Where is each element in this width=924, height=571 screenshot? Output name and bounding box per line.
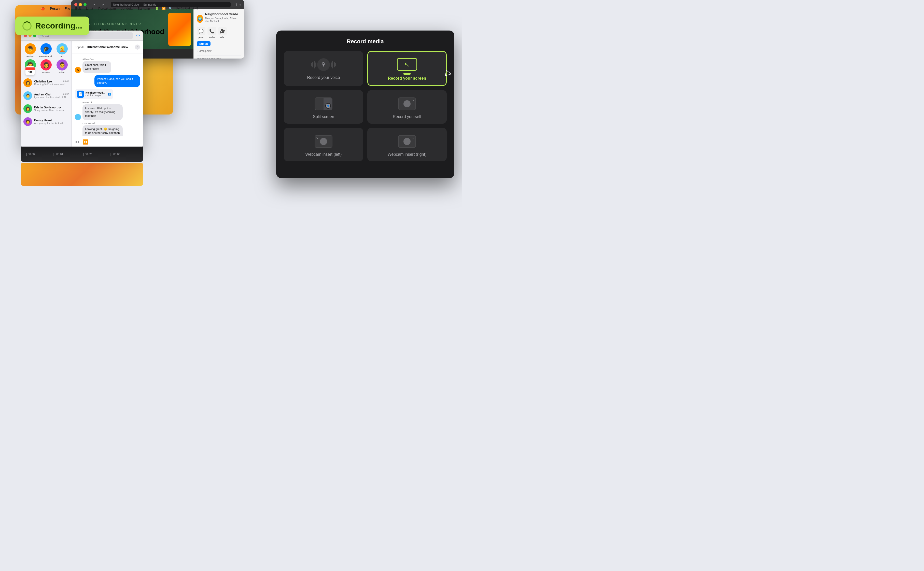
cursor-arrow: ▷ (445, 68, 453, 78)
tick-0: | 00:00 (25, 153, 54, 156)
cal-date: 18 (28, 70, 32, 74)
menu-bantuan[interactable]: Bantuan (138, 7, 150, 11)
tick-1: | 00:01 (54, 153, 82, 156)
option-split[interactable]: 👤 Split screen (284, 90, 363, 123)
menubar-wifi: 📶 (162, 7, 166, 10)
action-video[interactable]: 🎥 video (218, 27, 227, 39)
options-grid: 🎙 Record your voice (284, 51, 447, 161)
scene: ◀ ▶ Neighborhood Guide — Sunnyside ⬆ + W… (0, 0, 462, 286)
add-tab-icon[interactable]: + (239, 3, 241, 7)
option-self[interactable]: ↙ Record yourself (367, 90, 447, 123)
record-panel: Record media 🎙 (276, 31, 454, 178)
menu-pesan[interactable]: Pesan (50, 7, 60, 11)
option-webcam-left[interactable]: ↘ Webcam insert (left) (284, 128, 363, 161)
cal-header (25, 68, 35, 70)
list-item[interactable]: 🧑 Dmitry Hamel Are you up for the kick o… (21, 115, 71, 128)
contact-internacional[interactable]: 🎓 Internasional... (39, 43, 54, 58)
action-hint: Tambahkan dgn Teks (197, 57, 241, 59)
messages-sidebar: 👦 Rosityo 🎓 Internasional... 👱 Lulu 🧑 Yo… (21, 41, 72, 148)
messages-body: 👦 Rosityo 🎓 Internasional... 👱 Lulu 🧑 Yo… (21, 41, 143, 148)
panel-doc-subtitle: Dengan Dana, Linda, Allison dan Michael (205, 17, 241, 23)
self-label: Record yourself (393, 114, 421, 119)
recording-text: Recording... (35, 21, 82, 31)
chat-close[interactable]: ✕ (135, 45, 140, 49)
record-panel-title: Record media (284, 38, 447, 45)
thumbnail-strip (21, 163, 143, 186)
skip-back-btn[interactable]: ⏮ (75, 139, 79, 145)
menu-percakapan[interactable]: Percakapan (98, 7, 116, 11)
to-label: Kepada: (75, 46, 85, 49)
menu-edit[interactable]: Edit (75, 7, 81, 11)
menu-apple[interactable]: 🍎 (41, 7, 45, 11)
panel-doc-title: Neighborhood Guide (205, 12, 241, 16)
calendar-widget[interactable]: 18 (25, 66, 35, 75)
menubar-search[interactable]: 🔍 (169, 7, 173, 10)
contact-adam[interactable]: 👨 Adam (55, 59, 69, 74)
bubble-1: Great shot, this'll work nicely. (82, 61, 111, 73)
messages-window: 🔍 Cari ✏ 👦 Rosityo 🎓 Internasional... (21, 31, 143, 148)
chat-item: Baso Cui For sure, I'll drop it in short… (75, 101, 140, 120)
safari-subtitle: WELCOME INTERNATIONAL STUDENTS! (76, 23, 164, 25)
chat-controls: ⏮ ⏪ (72, 136, 143, 148)
contact-rosityo[interactable]: 👦 Rosityo (23, 43, 37, 58)
recording-spinner-icon (22, 22, 32, 31)
safari-right-panel: 🌍 Neighborhood Guide Dengan Dana, Linda,… (193, 9, 244, 59)
panel-actions: 💬 pesan 📞 audio 🎥 video (197, 27, 241, 39)
tick-2: | 00:02 (82, 153, 110, 156)
action-audio[interactable]: 📞 audio (207, 27, 216, 39)
share-icon[interactable]: ⬆ (235, 3, 238, 7)
list-item[interactable]: 👩 Christina Lee 09.41 Running 5-10 minut… (21, 76, 71, 90)
attachment[interactable]: 📄 Neighborhood... Colulrún Pages 👥 (75, 89, 113, 99)
chat-item: A Ailbee Cam Great shot, this'll work ni… (75, 58, 140, 73)
recording-badge: Recording... (15, 17, 90, 35)
webcam-right-icon: ↙ (398, 134, 416, 149)
contact-lulu[interactable]: 👱 Lulu (55, 43, 69, 58)
menubar-battery: 🔋 (155, 7, 159, 10)
bubble-3: For sure, I'll drop it in shortly. It's … (82, 104, 123, 120)
self-icon: ↙ (398, 96, 416, 111)
menu-file[interactable]: File (65, 7, 70, 11)
compose-icon[interactable]: ✏ (136, 33, 140, 39)
chat-header: Kepada: International Welcome Crew ✕ (72, 41, 143, 53)
susun-button[interactable]: Susun (197, 41, 210, 46)
bubble-2: Perfect! Dana, can you add it directly? (94, 75, 140, 87)
split-icon: 👤 (315, 96, 332, 111)
menu-lihat[interactable]: Lihat (86, 7, 93, 11)
tick-3: | 00:03 (110, 153, 139, 156)
active-status: 2 Orang Aktif (197, 48, 241, 53)
screen-icon: ↖ (398, 58, 416, 73)
timeline-bar: | 00:00 | 00:01 | 00:02 | 00:03 (21, 147, 143, 162)
webcam-left-icon: ↘ (315, 134, 332, 149)
split-label: Split screen (313, 114, 334, 119)
list-item[interactable]: 👨 Andrew Olah 09.52 I just read the firs… (21, 90, 71, 102)
list-item[interactable]: 👩 Kristin Goldsworthy Sorry notice! Need… (21, 102, 71, 115)
menubar-datetime: Sel 18 Okt 09:41 (176, 7, 198, 10)
contact-phoebe[interactable]: 👩 Phoebe (39, 59, 54, 74)
mac-menubar: 🍎 Pesan File Edit Lihat Percakapan Jende… (41, 6, 199, 11)
rewind-btn[interactable]: ⏪ (82, 139, 88, 145)
webcam-left-label: Webcam insert (left) (306, 152, 342, 157)
action-pesan[interactable]: 💬 pesan (197, 27, 206, 39)
messages-chat: Kepada: International Welcome Crew ✕ 🌸 A… (72, 41, 143, 148)
voice-icon: 🎙 (315, 57, 332, 72)
chat-messages: 🌸 A Ailbee Cam Great shot, this'll work … (72, 53, 143, 136)
to-name: International Welcome Crew (87, 45, 128, 49)
voice-label: Record your voice (307, 75, 340, 80)
menu-jendela[interactable]: Jendela (121, 7, 133, 11)
screen-label: Record your screen (388, 76, 426, 81)
chat-item: Luca Hamel Looking great. 😊 I'm going to… (75, 122, 140, 136)
option-screen[interactable]: ↖ Record your screen ▷ (367, 51, 447, 86)
webcam-right-label: Webcam insert (right) (388, 152, 426, 157)
option-webcam-right[interactable]: ↙ Webcam insert (right) (367, 128, 447, 161)
option-voice[interactable]: 🎙 Record your voice (284, 51, 363, 86)
message-list: 👩 Christina Lee 09.41 Running 5-10 minut… (21, 76, 71, 128)
bubble-4: Looking great. 😊 I'm going to do another… (82, 125, 123, 136)
